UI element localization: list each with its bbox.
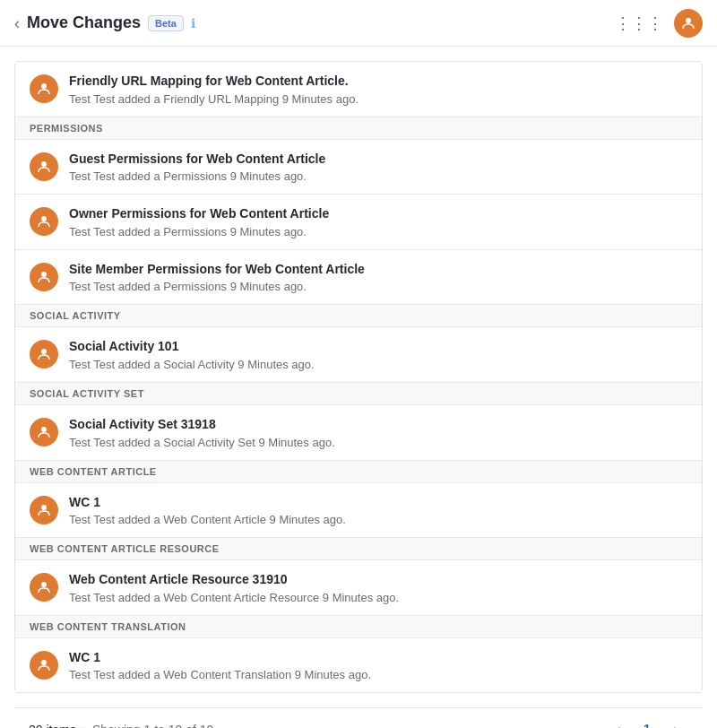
avatar xyxy=(30,207,58,236)
avatar xyxy=(30,651,58,680)
svg-point-2 xyxy=(41,161,47,167)
item-content: Friendly URL Mapping for Web Content Art… xyxy=(69,73,358,106)
prev-page-button[interactable]: ‹ xyxy=(606,717,631,728)
svg-point-6 xyxy=(41,427,47,432)
avatar xyxy=(30,263,58,291)
section-header: WEB CONTENT ARTICLE RESOURCE xyxy=(15,538,702,560)
page-title: Move Changes xyxy=(27,13,141,32)
item-content: WC 1 Test Test added a Web Content Artic… xyxy=(69,494,346,527)
current-page[interactable]: 1 xyxy=(635,717,660,728)
item-subtitle: Test Test added a Permissions 9 Minutes … xyxy=(69,169,325,183)
list-item: WC 1 Test Test added a Web Content Trans… xyxy=(15,638,702,693)
item-content: Site Member Permissions for Web Content … xyxy=(69,261,365,294)
header-left: ‹ Move Changes Beta ℹ xyxy=(14,13,195,32)
pagination-bar: 20 items ▾ Showing 1 to 19 of 19 ‹ 1 › xyxy=(14,707,703,728)
item-title: Social Activity Set 31918 xyxy=(69,416,335,434)
item-content: Owner Permissions for Web Content Articl… xyxy=(69,205,329,238)
avatar xyxy=(30,152,58,181)
items-count-label: 20 items xyxy=(29,723,76,728)
item-subtitle: Test Test added a Web Content Translatio… xyxy=(69,668,371,681)
item-subtitle: Test Test added a Web Content Article 9 … xyxy=(69,513,346,526)
item-content: Guest Permissions for Web Content Articl… xyxy=(69,151,325,184)
item-subtitle: Test Test added a Permissions 9 Minutes … xyxy=(69,225,329,238)
user-avatar[interactable] xyxy=(674,9,703,38)
item-title: Friendly URL Mapping for Web Content Art… xyxy=(69,73,358,91)
svg-point-8 xyxy=(41,582,47,587)
list-item: Site Member Permissions for Web Content … xyxy=(15,250,702,306)
content-list: Friendly URL Mapping for Web Content Art… xyxy=(14,61,703,693)
list-item: WC 1 Test Test added a Web Content Artic… xyxy=(15,483,702,539)
item-content: Social Activity 101 Test Test added a So… xyxy=(69,338,315,371)
avatar xyxy=(30,418,58,446)
header: ‹ Move Changes Beta ℹ ⋮⋮⋮ xyxy=(0,0,717,47)
item-subtitle: Test Test added a Social Activity 9 Minu… xyxy=(69,358,315,371)
item-subtitle: Test Test added a Friendly URL Mapping 9… xyxy=(69,92,358,106)
section-header: SOCIAL ACTIVITY xyxy=(15,305,702,327)
list-item: Social Activity 101 Test Test added a So… xyxy=(15,327,702,383)
item-subtitle: Test Test added a Social Activity Set 9 … xyxy=(69,436,335,449)
svg-point-5 xyxy=(41,349,47,354)
list-item: Web Content Article Resource 31910 Test … xyxy=(15,560,702,616)
item-title: Guest Permissions for Web Content Articl… xyxy=(69,151,325,169)
svg-point-9 xyxy=(41,660,47,665)
svg-point-3 xyxy=(41,216,47,221)
items-select-chevron: ▾ xyxy=(80,724,85,728)
back-button[interactable]: ‹ xyxy=(14,15,20,31)
pagination-right: ‹ 1 › xyxy=(606,717,688,728)
list-item: Guest Permissions for Web Content Articl… xyxy=(15,140,702,195)
item-title: Web Content Article Resource 31910 xyxy=(69,571,399,589)
items-per-page-select[interactable]: 20 items ▾ xyxy=(29,723,85,728)
item-title: Social Activity 101 xyxy=(69,338,315,356)
section-header: PERMISSIONS xyxy=(15,117,702,140)
beta-badge: Beta xyxy=(148,15,184,31)
list-item: Owner Permissions for Web Content Articl… xyxy=(15,195,702,250)
pagination-info: Showing 1 to 19 of 19 xyxy=(92,723,213,728)
svg-point-7 xyxy=(41,505,47,510)
svg-point-4 xyxy=(41,272,47,277)
item-title: WC 1 xyxy=(69,649,371,667)
avatar xyxy=(30,496,58,524)
item-subtitle: Test Test added a Web Content Article Re… xyxy=(69,591,399,604)
item-title: Site Member Permissions for Web Content … xyxy=(69,261,365,279)
svg-point-1 xyxy=(41,83,47,89)
section-header: SOCIAL ACTIVITY SET xyxy=(15,383,702,405)
info-icon[interactable]: ℹ xyxy=(191,16,195,30)
pagination-left: 20 items ▾ Showing 1 to 19 of 19 xyxy=(29,723,213,728)
item-content: WC 1 Test Test added a Web Content Trans… xyxy=(69,649,371,682)
item-subtitle: Test Test added a Permissions 9 Minutes … xyxy=(69,280,365,293)
list-item: Social Activity Set 31918 Test Test adde… xyxy=(15,405,702,461)
grid-icon[interactable]: ⋮⋮⋮ xyxy=(615,13,663,33)
header-right: ⋮⋮⋮ xyxy=(615,9,703,38)
next-page-button[interactable]: › xyxy=(663,717,688,728)
item-title: Owner Permissions for Web Content Articl… xyxy=(69,205,329,223)
item-title: WC 1 xyxy=(69,494,346,512)
svg-point-0 xyxy=(686,18,691,23)
avatar xyxy=(30,340,58,368)
item-content: Web Content Article Resource 31910 Test … xyxy=(69,571,399,604)
list-item: Friendly URL Mapping for Web Content Art… xyxy=(15,62,702,117)
section-header: WEB CONTENT ARTICLE xyxy=(15,461,702,483)
item-content: Social Activity Set 31918 Test Test adde… xyxy=(69,416,335,449)
section-header: WEB CONTENT TRANSLATION xyxy=(15,616,702,638)
avatar xyxy=(30,573,58,602)
avatar xyxy=(30,74,58,103)
